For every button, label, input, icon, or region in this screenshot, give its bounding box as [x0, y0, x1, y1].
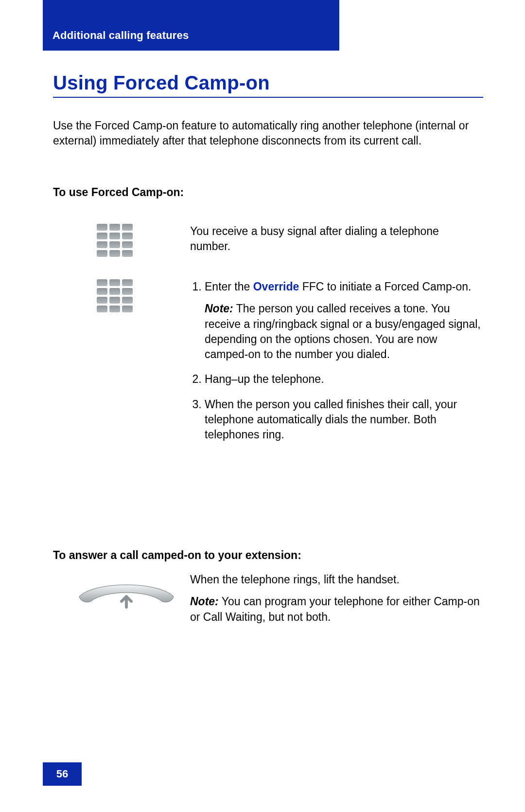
intro-paragraph: Use the Forced Camp-on feature to automa…	[53, 118, 482, 149]
subheading-use: To use Forced Camp-on:	[53, 185, 482, 200]
step1-note: Note: The person you called receives a t…	[205, 301, 482, 362]
note-label: Note:	[190, 595, 219, 608]
keypad-icon	[97, 224, 133, 257]
answer-text: When the telephone rings, lift the hands…	[190, 572, 482, 587]
step1-prefix: Enter the	[205, 280, 253, 293]
header-bar: Additional calling features	[43, 0, 339, 51]
handset-lift-icon	[75, 577, 177, 611]
subheading-answer: To answer a call camped-on to your exten…	[53, 548, 482, 563]
page-title: Using Forced Camp-on	[53, 72, 483, 98]
section-header: Additional calling features	[52, 29, 189, 42]
keypad-icon	[97, 279, 133, 312]
step-1: Enter the Override FFC to initiate a For…	[205, 279, 482, 362]
answer-note-text: You can program your telephone for eithe…	[190, 595, 480, 623]
icon-col	[53, 279, 190, 452]
answer-note: Note: You can program your telephone for…	[190, 594, 482, 625]
override-keyword: Override	[253, 280, 299, 293]
answer-row: When the telephone rings, lift the hands…	[53, 572, 482, 625]
page-number: 56	[43, 762, 82, 786]
step-2: Hang–up the telephone.	[205, 372, 482, 387]
text-col: Enter the Override FFC to initiate a For…	[190, 279, 482, 452]
step-row-busy: You receive a busy signal after dialing …	[53, 224, 482, 257]
text-col: When the telephone rings, lift the hands…	[190, 572, 482, 625]
steps-list: Enter the Override FFC to initiate a For…	[190, 279, 482, 442]
note-label: Note:	[205, 302, 233, 315]
step1-note-text: The person you called receives a tone. Y…	[205, 302, 481, 361]
section-answer: When the telephone rings, lift the hands…	[53, 572, 482, 625]
icon-col	[53, 224, 190, 257]
busy-signal-text: You receive a busy signal after dialing …	[190, 224, 482, 257]
step-3: When the person you called finishes thei…	[205, 397, 482, 443]
step-row-list: Enter the Override FFC to initiate a For…	[53, 279, 482, 452]
section-use: You receive a busy signal after dialing …	[53, 224, 482, 474]
step1-suffix: FFC to initiate a Forced Camp-on.	[299, 280, 471, 293]
icon-col	[53, 572, 190, 625]
